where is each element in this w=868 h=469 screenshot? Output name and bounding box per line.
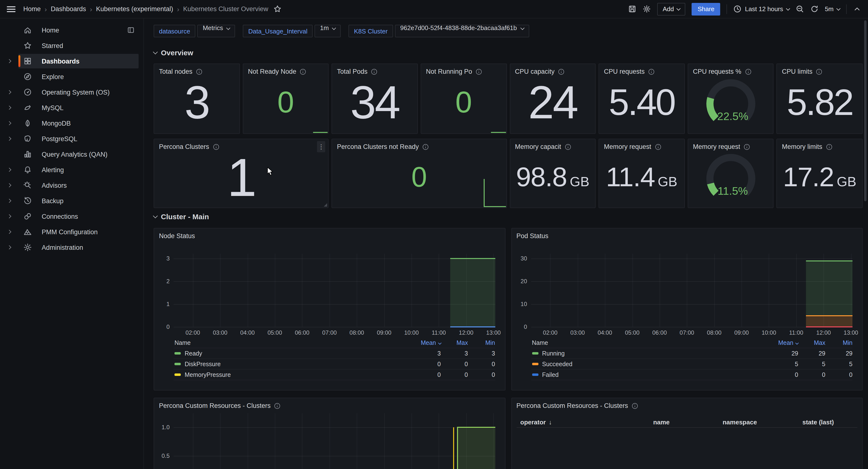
panel-title[interactable]: Percona Custom Resources - Clusters <box>159 402 500 409</box>
variable-value-dropdown[interactable]: Metrics <box>197 25 235 37</box>
info-icon[interactable] <box>274 402 281 409</box>
sidebar-item-alerting[interactable]: Alerting <box>0 163 144 177</box>
panel-title[interactable]: Node Status <box>159 232 500 240</box>
chevron-right-icon[interactable] <box>0 91 19 94</box>
sidebar-item-postgresql[interactable]: PostgreSQL <box>0 131 144 146</box>
panel-title[interactable]: CPU limits <box>782 68 857 75</box>
sidebar-item-row[interactable]: Alerting <box>19 163 138 177</box>
dock-icon[interactable] <box>127 26 135 34</box>
menu-toggle-icon[interactable] <box>7 6 16 12</box>
panel-title[interactable]: Memory capacit <box>515 143 590 150</box>
legend-series-name[interactable]: DiskPressure <box>174 361 414 368</box>
variable-label[interactable]: datasource <box>154 25 195 37</box>
sidebar-item-query-analytics-qan[interactable]: Query Analytics (QAN) <box>0 147 144 162</box>
panel-title[interactable]: CPU requests % <box>693 68 768 75</box>
add-button[interactable]: Add <box>657 3 685 15</box>
panel-title[interactable]: CPU capacity <box>515 68 590 75</box>
sidebar-item-connections[interactable]: Connections <box>0 209 144 224</box>
legend-column-mean[interactable]: Mean <box>771 339 798 346</box>
sidebar-item-row[interactable]: Home <box>19 23 138 37</box>
chevron-right-icon[interactable] <box>0 184 19 187</box>
chevron-right-icon[interactable] <box>0 246 19 249</box>
sidebar-item-row[interactable]: Backup <box>19 194 138 208</box>
panel-title[interactable]: Percona Clusters not Ready <box>337 143 502 150</box>
info-icon[interactable] <box>300 68 307 75</box>
panel-title[interactable]: CPU requests <box>604 68 679 75</box>
panel-menu-button[interactable]: ⋮ <box>317 141 326 152</box>
save-dashboard-icon[interactable] <box>628 5 637 13</box>
info-icon[interactable] <box>475 68 482 75</box>
info-icon[interactable] <box>213 143 219 150</box>
legend-column-name[interactable]: Name <box>531 339 771 346</box>
panel-title[interactable]: Memory request <box>693 143 768 150</box>
info-icon[interactable] <box>631 402 638 409</box>
legend-column-mean[interactable]: Mean <box>414 339 441 346</box>
legend-column-max[interactable]: Max <box>798 339 825 346</box>
sidebar-item-explore[interactable]: Explore <box>0 69 144 84</box>
panel-title[interactable]: Percona Custom Resources - Clusters <box>517 402 857 409</box>
panel-title[interactable]: Memory limits <box>782 143 857 150</box>
chevron-right-icon[interactable] <box>0 122 19 125</box>
section-header-overview[interactable]: Overview <box>154 49 863 57</box>
sidebar-item-row[interactable]: Administration <box>19 240 138 255</box>
panel-title[interactable]: Memory request <box>604 143 679 150</box>
percona-custom-resources-chart[interactable]: 1.00.5 <box>174 413 495 469</box>
zoom-out-icon[interactable] <box>796 5 804 13</box>
chart-plot-area[interactable]: 302010002:0003:0004:0005:0006:0007:0008:… <box>531 254 852 327</box>
table-column-name[interactable]: name <box>622 418 701 426</box>
sidebar-item-operating-system-os[interactable]: Operating System (OS) <box>0 85 144 99</box>
node-status-chart[interactable]: 321002:0003:0004:0005:0006:0007:0008:000… <box>159 240 500 380</box>
info-icon[interactable] <box>422 143 429 150</box>
sidebar-item-advisors[interactable]: Advisors <box>0 178 144 193</box>
sidebar-item-backup[interactable]: Backup <box>0 194 144 208</box>
panel-title[interactable]: Not Ready Node <box>248 68 323 75</box>
sidebar-item-row[interactable]: Query Analytics (QAN) <box>19 147 138 162</box>
sidebar-item-row[interactable]: MongoDB <box>19 116 138 130</box>
panel-title[interactable]: Total Pods <box>337 68 412 75</box>
sidebar-item-row[interactable]: Advisors <box>19 178 138 193</box>
panel-title[interactable]: Total nodes <box>159 68 234 75</box>
breadcrumb-item-home[interactable]: Home <box>23 5 41 12</box>
chevron-right-icon[interactable] <box>0 137 19 140</box>
chevron-right-icon[interactable] <box>0 215 19 218</box>
legend-column-max[interactable]: Max <box>441 339 468 346</box>
sidebar-item-mysql[interactable]: MySQL <box>0 100 144 115</box>
sidebar-item-dashboards[interactable]: Dashboards <box>0 54 144 68</box>
table-column-namespace[interactable]: namespace <box>701 418 779 426</box>
chevron-right-icon[interactable] <box>0 106 19 109</box>
info-icon[interactable] <box>816 68 823 75</box>
sidebar-item-row[interactable]: Starred <box>19 38 138 53</box>
favorite-star-icon[interactable] <box>273 5 281 13</box>
sidebar-item-home[interactable]: Home <box>0 23 144 37</box>
legend-column-min[interactable]: Min <box>825 339 852 346</box>
sidebar-item-starred[interactable]: Starred <box>0 38 144 53</box>
info-icon[interactable] <box>826 143 832 150</box>
info-icon[interactable] <box>371 68 378 75</box>
panel-title[interactable]: Pod Status <box>517 232 857 240</box>
info-icon[interactable] <box>558 68 565 75</box>
info-icon[interactable] <box>744 143 750 150</box>
vertical-scrollbar[interactable] <box>864 20 867 201</box>
refresh-icon[interactable] <box>810 5 818 13</box>
sidebar-item-row[interactable]: PostgreSQL <box>19 131 138 146</box>
legend-series-name[interactable]: MemoryPressure <box>174 371 414 378</box>
sidebar-item-mongodb[interactable]: MongoDB <box>0 116 144 130</box>
kiosk-collapse-icon[interactable] <box>853 5 861 13</box>
variable-label[interactable]: Data_Usage_Interval <box>243 25 313 37</box>
sidebar-item-row[interactable]: MySQL <box>19 100 138 115</box>
panel-resize-handle[interactable] <box>324 203 328 207</box>
info-icon[interactable] <box>648 68 655 75</box>
sidebar-item-pmm-configuration[interactable]: PMM Configuration <box>0 225 144 239</box>
chevron-right-icon[interactable] <box>0 60 19 63</box>
chevron-right-icon[interactable] <box>0 199 19 202</box>
section-header-cluster-main[interactable]: Cluster - Main <box>154 212 863 221</box>
variable-value-dropdown[interactable]: 1m <box>315 25 341 37</box>
legend-series-name[interactable]: Failed <box>531 371 771 378</box>
panel-title[interactable]: Not Running Po <box>426 68 501 75</box>
legend-series-name[interactable]: Running <box>531 350 771 357</box>
sidebar-item-administration[interactable]: Administration <box>0 240 144 255</box>
info-icon[interactable] <box>196 68 203 75</box>
variable-value-dropdown[interactable]: 962e7d00-52f4-4838-88de-2bacaa3af61b <box>395 25 529 37</box>
legend-series-name[interactable]: Ready <box>174 350 414 357</box>
chart-plot-area[interactable]: 321002:0003:0004:0005:0006:0007:0008:000… <box>174 254 495 327</box>
